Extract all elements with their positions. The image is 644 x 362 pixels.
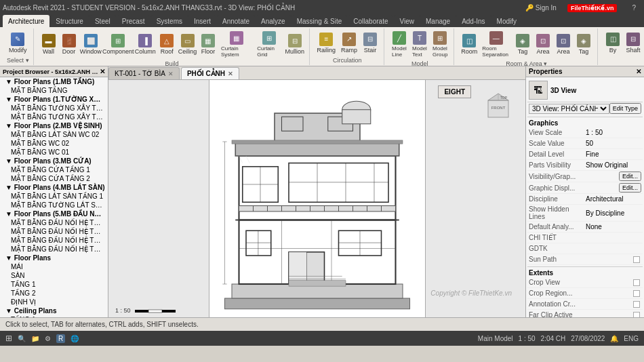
pb-item-tuong-xay-1[interactable]: MẶT BẰNG TƯỜNG XÂY TẦNG 1 <box>0 104 108 113</box>
pb-item-lat-san-t2[interactable]: MẶT BẰNG TƯỜNG LÁT SÀN TẦNG 2 <box>0 201 108 209</box>
ribbon-btn-door[interactable]: 🚪 Door <box>60 33 79 56</box>
view-content[interactable]: FRONT TOP EIGHT <box>108 80 525 317</box>
pb-section-floor-plans-cua[interactable]: ▼ Floor Plans (3.MB CỬA) <box>0 157 108 165</box>
pb-item-ceiling-t1[interactable]: TẦNG 1 <box>0 315 108 317</box>
search-taskbar-icon[interactable]: 🔍 <box>18 335 26 342</box>
pb-section-floor-plans-ve-sinh[interactable]: ▼ Floor Plans (2.MB VỆ SINH) <box>0 121 108 130</box>
file-explorer-icon[interactable]: 📁 <box>31 335 39 342</box>
pb-item-wc02-san[interactable]: MẶT BẰNG LÁT SÀN WC 02 <box>0 130 108 139</box>
close-phoi-canh-icon[interactable]: ✕ <box>228 71 233 77</box>
tab-manage[interactable]: Manage <box>420 15 456 27</box>
tab-collaborate[interactable]: Collaborate <box>348 15 393 27</box>
ribbon-btn-floor[interactable]: ▦ Floor <box>199 33 218 56</box>
pb-item-dien[interactable]: MẶT BẰNG ĐẦU NỐI HỆ THỐNG ĐIỆN <box>0 245 108 254</box>
far-clip-active-checkbox[interactable] <box>633 312 640 318</box>
pb-section-floor-plans[interactable]: ▼ Floor Plans <box>0 254 108 262</box>
pb-content[interactable]: ▼ Floor Plans (1.MB TẦNG) MẶT BẰNG TẦNG … <box>0 77 108 317</box>
pb-item-cua-t2[interactable]: MẶT BẰNG CỬA TẦNG 2 <box>0 174 108 183</box>
ribbon-btn-wall[interactable]: ▬ Wall <box>39 33 58 56</box>
tab-structure[interactable]: Structure <box>50 15 89 27</box>
tab-architecture[interactable]: Architecture <box>3 15 49 27</box>
ribbon-btn-curtain-system[interactable]: ▦ Curtain System <box>219 30 254 59</box>
tab-modify[interactable]: Modify <box>491 15 522 27</box>
ribbon-btn-model-line[interactable]: ╱ Model Line <box>390 30 409 59</box>
tab-massing[interactable]: Massing & Site <box>291 15 348 27</box>
ribbon-btn-modify[interactable]: ✎ Modify <box>7 31 29 55</box>
pb-item-wc01[interactable]: MẶT BẰNG WC 01 <box>0 148 108 157</box>
edit-type-button[interactable]: Edit Type <box>609 103 641 114</box>
sun-path-checkbox[interactable] <box>633 256 640 263</box>
pb-section-floor-plans-1mb[interactable]: ▼ Floor Plans (1.MB TẦNG) <box>0 77 108 86</box>
settings-taskbar-icon[interactable]: ⚙ <box>45 335 51 342</box>
pb-item-dinh-vi[interactable]: ĐỊNH VỊ <box>0 298 108 306</box>
ribbon-btn-area[interactable]: ⊡ Area <box>534 33 552 56</box>
ribbon-btn-area-boundary[interactable]: ⊡ Area <box>554 33 573 56</box>
ribbon-btn-shaft[interactable]: ⊟ Shaft <box>624 31 643 55</box>
ribbon-btn-tag-room[interactable]: ◈ Tag <box>513 33 532 56</box>
notification-icon[interactable]: 🔔 <box>610 335 618 342</box>
windows-icon[interactable]: ⊞ <box>5 334 12 343</box>
pb-item-thoat-nuoc[interactable]: MẶT BẰNG ĐẦU NỐI HỆ THỐNG THOÁT N <box>0 227 108 236</box>
ribbon-btn-curtain-grid[interactable]: ⊞ Curtain Grid <box>255 30 283 59</box>
pb-item-lat-san-t1[interactable]: MẶT BẰNG LÁT SÀN TẦNG 1 <box>0 192 108 201</box>
pb-item-tang2[interactable]: TẦNG 2 <box>0 289 108 298</box>
pb-item-mai[interactable]: MÁI <box>0 262 108 271</box>
ribbon-btn-room-separator[interactable]: — Room Separation <box>480 30 512 59</box>
ribbon-btn-tag-area[interactable]: ◈ Tag <box>574 33 593 56</box>
tab-steel[interactable]: Steel <box>89 15 116 27</box>
pb-item-cua-t1[interactable]: MẶT BẰNG CỬA TẦNG 1 <box>0 165 108 174</box>
view-tab-kt001[interactable]: KT-001 - TỜ BÌA ✕ <box>108 67 180 79</box>
tab-systems[interactable]: Systems <box>151 15 188 27</box>
ribbon-btn-room[interactable]: ◫ Room <box>460 33 479 56</box>
pb-section-floor-plans-lat-san[interactable]: ▼ Floor Plans (4.MB LÁT SÀN) <box>0 183 108 192</box>
pb-close-icon[interactable]: ✕ <box>100 68 105 75</box>
ribbon-btn-by[interactable]: ◫ By <box>603 31 622 55</box>
pb-item-wc02[interactable]: MẶT BẰNG WC 02 <box>0 139 108 148</box>
view-selector-dropdown[interactable]: 3D View: PHỐI CẢNH <box>529 104 609 114</box>
eight-button[interactable]: EIGHT <box>438 85 471 98</box>
drawing-area[interactable]: FRONT TOP EIGHT <box>108 80 525 317</box>
tab-addins[interactable]: Add-Ins <box>456 15 490 27</box>
ribbon-btn-roof[interactable]: △ Roof <box>157 33 176 56</box>
ribbon-btn-mullion[interactable]: ⊟ Mullion <box>285 33 305 56</box>
view-tab-phoi-canh[interactable]: PHỐI CẢNH ✕ <box>181 67 239 79</box>
tab-annotate[interactable]: Annotate <box>217 15 255 27</box>
crop-region-checkbox[interactable] <box>633 290 640 297</box>
pb-section-floor-plans-tuong-xay[interactable]: ▼ Floor Plans (1.TƯỜNG XÂY) <box>0 95 108 104</box>
pb-item-san[interactable]: SÀN <box>0 271 108 280</box>
tab-insert[interactable]: Insert <box>188 15 216 27</box>
ribbon-btn-ceiling[interactable]: ▭ Ceiling <box>178 33 197 56</box>
tab-view[interactable]: View <box>394 15 420 27</box>
properties-content[interactable]: 🏗 3D View 3D View: PHỐI CẢNH Edit Type G… <box>526 77 644 317</box>
tab-precast[interactable]: Precast <box>117 15 150 27</box>
modify-icon: ✎ <box>11 33 24 46</box>
pb-item-tang1[interactable]: TẦNG 1 <box>0 280 108 289</box>
pb-item-mat-bang-tang[interactable]: MẶT BẰNG TẦNG <box>0 86 108 95</box>
pb-item-thong-gio[interactable]: MẶT BẰNG ĐẦU NỐI HỆ THỐNG THÔNG T <box>0 236 108 245</box>
annotation-cr-checkbox[interactable] <box>633 301 640 308</box>
pb-section-ceiling-plans[interactable]: ▼ Ceiling Plans <box>0 306 108 315</box>
sign-in[interactable]: 🔑 Sign In <box>525 4 557 12</box>
pb-item-tuong-xay-2[interactable]: MẶT BẰNG TƯỜNG XÂY TẦNG 2 <box>0 113 108 121</box>
help-icon[interactable]: ? <box>632 4 636 12</box>
ribbon-btn-model-text[interactable]: T Model Text <box>410 30 429 59</box>
tab-analyze[interactable]: Analyze <box>256 15 291 27</box>
rp-close-icon[interactable]: ✕ <box>636 68 641 75</box>
pb-item-cap-nuoc[interactable]: MẶT BẰNG ĐẦU NỐI HỆ THỐNG CẤP NƯC <box>0 218 108 227</box>
ribbon-btn-window[interactable]: ⬜ Window <box>80 33 102 56</box>
chrome-taskbar-icon[interactable]: 🌐 <box>71 335 79 342</box>
ribbon-btn-component[interactable]: ⊞ Component <box>103 33 134 56</box>
ribbon-btn-railing[interactable]: ≡ Railing <box>315 31 338 55</box>
visibility-edit-button[interactable]: Edit... <box>619 172 641 181</box>
ribbon-btn-model-group[interactable]: ⊞ Model Group <box>430 30 449 59</box>
graphic-edit-button[interactable]: Edit... <box>619 183 641 193</box>
pb-section-floor-plans-dau-noi[interactable]: ▼ Floor Plans (5.MB ĐẦU NỐI HỆ) <box>0 209 108 218</box>
ribbon-btn-stair[interactable]: ⊟ Stair <box>361 31 380 55</box>
close-kt001-icon[interactable]: ✕ <box>168 71 174 77</box>
ribbon-btn-column[interactable]: ▐ Column <box>135 33 157 56</box>
revit-taskbar-icon[interactable]: R <box>56 334 65 343</box>
view-cube[interactable]: FRONT TOP <box>478 87 519 127</box>
ribbon-btn-ramp[interactable]: ↗ Ramp <box>339 31 359 55</box>
crop-view-checkbox[interactable] <box>633 279 640 286</box>
language-icon[interactable]: ENG <box>624 335 639 342</box>
